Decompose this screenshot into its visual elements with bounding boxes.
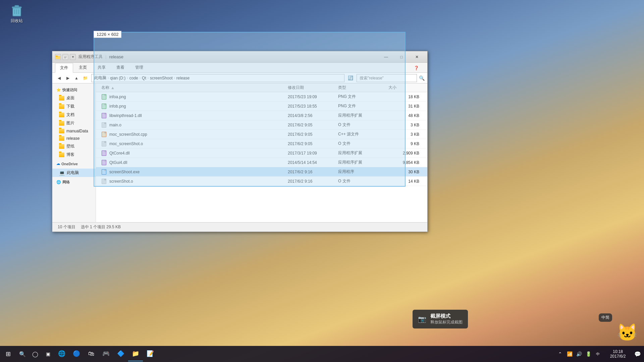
breadcrumb-code[interactable]: code <box>129 76 138 80</box>
file-type: O 文件 <box>338 178 388 184</box>
file-name: libwinpthread-1.dll <box>109 113 142 118</box>
file-row[interactable]: moc_screenShot.o 2017/6/2 9:05 O 文件 9 KB <box>96 139 427 148</box>
up-button[interactable]: ▲ <box>72 74 80 82</box>
file-row[interactable]: moc_screenShot.cpp 2017/6/2 9:05 C++ 源文件… <box>96 130 427 139</box>
sidebar-item-manualdata[interactable]: manualData <box>52 127 96 135</box>
sidebar-header-network[interactable]: 🌐 网络 <box>52 178 96 186</box>
file-row[interactable]: main.o 2017/6/2 9:05 O 文件 3 KB <box>96 120 427 130</box>
start-button[interactable]: ⊞ <box>0 346 16 362</box>
panel-title: 截屏模式 <box>430 313 463 319</box>
tab-share[interactable]: 共享 <box>93 63 111 72</box>
help-button[interactable]: ❓ <box>409 64 424 72</box>
taskbar-search-button[interactable]: 🔍 <box>16 348 29 360</box>
refresh-button[interactable]: 🔄 <box>346 74 355 82</box>
file-size: 31 KB <box>388 104 422 109</box>
size-indicator: 1226 × 602 <box>94 31 121 38</box>
sidebar-item-documents[interactable]: 文档 <box>52 111 96 119</box>
taskbar-vs[interactable]: 🔷 <box>113 347 128 361</box>
sidebar-item-this-pc[interactable]: 💻 此电脑 <box>52 169 96 177</box>
tray-chevron[interactable]: ⌃ <box>556 346 564 362</box>
sep2: › <box>127 76 128 80</box>
file-row[interactable]: infob.png 2017/5/23 18:55 PNG 文件 31 KB <box>96 102 427 111</box>
file-name: screenShot.o <box>109 179 133 184</box>
file-name: infoa.png <box>109 95 126 99</box>
file-row[interactable]: screenShoot.exe 2017/6/2 9:16 应用程序 30 KB <box>96 167 427 177</box>
sidebar-item-release[interactable]: release <box>52 135 96 142</box>
file-name-cell: QtCore4.dll <box>101 150 288 156</box>
file-size: 9,854 KB <box>388 160 422 165</box>
clock-date: 2017/6/2 <box>610 354 626 359</box>
taskbar-app1[interactable]: 🎮 <box>99 347 113 361</box>
breadcrumb-this-pc[interactable]: 此电脑 <box>94 75 106 81</box>
tray-battery[interactable]: 🔋 <box>584 346 592 362</box>
tab-home[interactable]: 主页 <box>74 63 92 72</box>
dropdown-arrow[interactable]: ▾ <box>70 54 76 60</box>
sidebar-item-wallpaper[interactable]: 壁纸 <box>52 142 96 150</box>
notification-button[interactable]: 💬 <box>631 346 644 362</box>
file-row[interactable]: infoa.png 2017/5/23 19:09 PNG 文件 18 KB <box>96 92 427 102</box>
taskbar-chrome[interactable]: 🔵 <box>69 347 84 361</box>
tray-ime[interactable]: 中 <box>594 346 602 362</box>
title-bar: ▾ 应用程序工具 | release — □ ✕ <box>52 51 427 63</box>
taskbar-edge[interactable]: 🌐 <box>54 347 69 361</box>
file-icon-dll <box>101 160 107 165</box>
sidebar-item-desktop[interactable]: 桌面 <box>52 94 96 102</box>
col-date[interactable]: 修改日期 <box>288 85 338 90</box>
file-name-cell: infoa.png <box>101 94 288 100</box>
file-type: 应用程序扩展 <box>338 113 388 118</box>
tray-volume[interactable]: 🔊 <box>575 346 583 362</box>
maximize-button[interactable]: □ <box>394 52 409 62</box>
search-input[interactable] <box>357 74 417 82</box>
file-name: screenShoot.exe <box>109 170 140 174</box>
breadcrumb-screenshoot[interactable]: screenShoot <box>150 76 172 80</box>
sidebar-item-downloads[interactable]: 下载 <box>52 102 96 111</box>
file-row[interactable]: QtCore4.dll 2017/3/17 19:09 应用程序扩展 2,909… <box>96 148 427 158</box>
taskbar-apps: 🌐 🔵 🛍 🎮 🔷 📁 📝 <box>54 347 553 361</box>
breadcrumb-release[interactable]: release <box>176 76 190 80</box>
col-type[interactable]: 类型 <box>338 85 388 90</box>
tab-manage[interactable]: 管理 <box>130 63 148 72</box>
folder-icon-nav: 📁 <box>81 74 89 82</box>
file-size: 9 KB <box>388 141 422 146</box>
file-name: moc_screenShot.o <box>109 141 143 146</box>
breadcrumb[interactable]: 此电脑 › qian (D:) › code › Qt › screenShoo… <box>91 74 344 82</box>
taskbar-store[interactable]: 🛍 <box>84 347 99 361</box>
forward-button[interactable]: ▶ <box>64 74 72 82</box>
search-button[interactable]: 🔍 <box>419 75 425 81</box>
file-date: 2017/6/2 9:16 <box>288 170 338 174</box>
file-name-cell: screenShot.o <box>101 179 288 184</box>
file-size: 30 KB <box>388 170 422 174</box>
sidebar-item-blog[interactable]: 博客 <box>52 150 96 159</box>
close-button[interactable]: ✕ <box>409 52 425 62</box>
sidebar-header-onedrive[interactable]: ☁ OneDrive <box>52 160 96 167</box>
col-size[interactable]: 大小 <box>388 85 422 90</box>
file-row[interactable]: libwinpthread-1.dll 2014/3/8 2:56 应用程序扩展… <box>96 111 427 120</box>
file-row[interactable]: QtGui4.dll 2014/5/14 14:54 应用程序扩展 9,854 … <box>96 158 427 167</box>
breadcrumb-qt[interactable]: Qt <box>142 76 146 80</box>
col-name[interactable]: 名称 ▲ <box>101 85 288 90</box>
window-controls: — □ ✕ <box>378 52 425 62</box>
file-icon-cpp <box>101 132 107 137</box>
task-view-button[interactable]: ▣ <box>42 348 54 360</box>
back-button[interactable]: ◀ <box>55 74 63 82</box>
recycle-bin-icon[interactable]: 回收站 <box>5 3 29 24</box>
file-date: 2017/3/17 19:09 <box>288 151 338 156</box>
file-size: 3 KB <box>388 132 422 137</box>
minimize-button[interactable]: — <box>378 52 394 62</box>
sidebar-item-pictures[interactable]: 图片 <box>52 119 96 127</box>
file-type: 应用程序扩展 <box>338 160 388 165</box>
taskbar-word[interactable]: 📝 <box>143 347 158 361</box>
breadcrumb-d[interactable]: qian (D:) <box>110 76 125 80</box>
file-list: 名称 ▲ 修改日期 类型 大小 infoa.png 2017/5/23 19:0… <box>96 83 427 222</box>
tab-file[interactable]: 文件 <box>55 63 73 73</box>
folder-icon-1 <box>55 54 61 60</box>
taskbar-clock[interactable]: 10:18 2017/6/2 <box>604 346 631 362</box>
cortana-button[interactable]: ◯ <box>29 348 42 360</box>
file-size: 18 KB <box>388 95 422 99</box>
taskbar-explorer[interactable]: 📁 <box>128 347 143 361</box>
tray-network[interactable]: 📶 <box>566 346 574 362</box>
file-date: 2017/6/2 9:16 <box>288 179 338 184</box>
sidebar-header-quick-access[interactable]: ⭐ 快速访问 <box>52 86 96 94</box>
tab-view[interactable]: 查看 <box>111 63 129 72</box>
file-row[interactable]: screenShot.o 2017/6/2 9:16 O 文件 14 KB <box>96 177 427 186</box>
